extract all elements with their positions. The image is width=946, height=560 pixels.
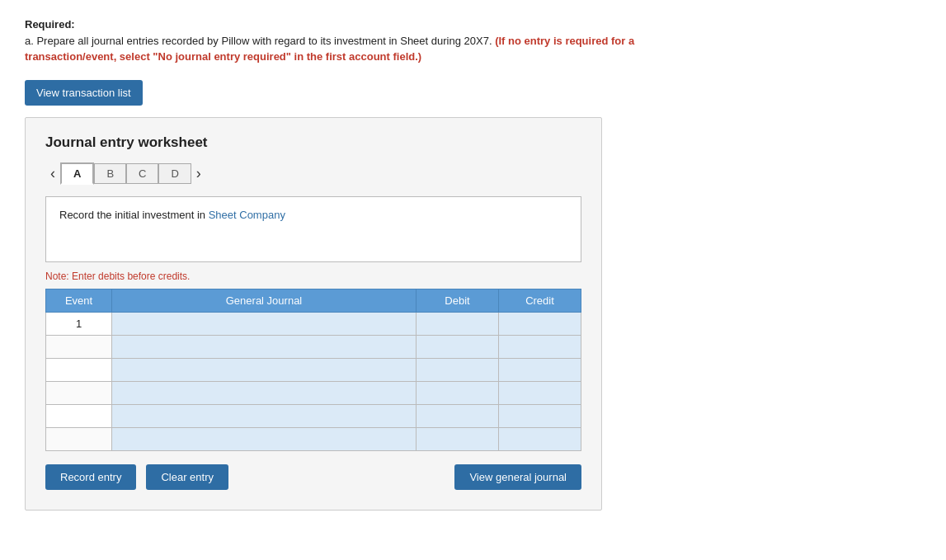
col-general-journal: General Journal: [112, 289, 417, 312]
required-line1: a. Prepare all journal entries recorded …: [25, 35, 492, 47]
description-box: Record the initial investment in Sheet C…: [45, 196, 581, 262]
col-debit: Debit: [417, 289, 499, 312]
tabs-next-arrow[interactable]: ›: [191, 166, 206, 181]
col-event: Event: [46, 289, 112, 312]
view-transaction-button[interactable]: View transaction list: [25, 80, 143, 106]
table-row: 1: [46, 312, 581, 335]
clear-entry-button[interactable]: Clear entry: [146, 464, 228, 490]
journal-input-cell-1[interactable]: [112, 312, 417, 335]
debit-input-cell-3[interactable]: [417, 358, 499, 381]
credit-input-cell-3[interactable]: [499, 358, 581, 381]
table-row: [46, 427, 581, 450]
table-row: [46, 404, 581, 427]
credit-input-cell-1[interactable]: [499, 312, 581, 335]
credit-input-2[interactable]: [499, 336, 581, 358]
journal-input-6[interactable]: [112, 428, 416, 450]
event-cell-3: [46, 358, 112, 381]
debit-input-6[interactable]: [417, 428, 498, 450]
tab-d[interactable]: D: [158, 163, 191, 184]
record-entry-button[interactable]: Record entry: [45, 464, 136, 490]
description-text: Record the initial investment in Sheet C…: [59, 209, 285, 221]
tabs-navigation: ‹ A B C D ›: [45, 162, 581, 185]
table-row: [46, 358, 581, 381]
event-cell-4: [46, 381, 112, 404]
credit-input-1[interactable]: [499, 313, 581, 335]
debit-input-2[interactable]: [417, 336, 498, 358]
journal-input-3[interactable]: [112, 359, 416, 381]
debit-input-cell-5[interactable]: [417, 404, 499, 427]
journal-input-4[interactable]: [112, 382, 416, 404]
col-credit: Credit: [499, 289, 581, 312]
debit-input-5[interactable]: [417, 405, 498, 427]
journal-input-cell-2[interactable]: [112, 335, 417, 358]
credit-input-5[interactable]: [499, 405, 581, 427]
debit-input-cell-2[interactable]: [417, 335, 499, 358]
debit-input-4[interactable]: [417, 382, 498, 404]
debit-input-3[interactable]: [417, 359, 498, 381]
worksheet-title: Journal entry worksheet: [45, 134, 581, 151]
credit-input-cell-4[interactable]: [499, 381, 581, 404]
journal-input-cell-5[interactable]: [112, 404, 417, 427]
credit-input-6[interactable]: [499, 428, 581, 450]
credit-input-cell-6[interactable]: [499, 427, 581, 450]
journal-input-5[interactable]: [112, 405, 416, 427]
worksheet-container: Journal entry worksheet ‹ A B C D › Reco…: [25, 117, 602, 511]
credit-input-3[interactable]: [499, 359, 581, 381]
journal-input-cell-6[interactable]: [112, 427, 417, 450]
debit-input-cell-4[interactable]: [417, 381, 499, 404]
credit-input-cell-5[interactable]: [499, 404, 581, 427]
debit-input-1[interactable]: [417, 313, 498, 335]
required-label: Required:: [25, 18, 75, 31]
view-general-journal-button[interactable]: View general journal: [454, 464, 581, 490]
journal-table: Event General Journal Debit Credit 1: [45, 289, 581, 451]
event-cell-1: 1: [46, 312, 112, 335]
tab-c[interactable]: C: [126, 163, 158, 184]
journal-input-cell-4[interactable]: [112, 381, 417, 404]
event-cell-6: [46, 427, 112, 450]
table-row: [46, 381, 581, 404]
tab-a[interactable]: A: [60, 162, 94, 185]
journal-input-1[interactable]: [112, 313, 416, 335]
credit-input-4[interactable]: [499, 382, 581, 404]
required-section: Required: a. Prepare all journal entries…: [25, 16, 643, 65]
credit-input-cell-2[interactable]: [499, 335, 581, 358]
debit-input-cell-1[interactable]: [417, 312, 499, 335]
journal-input-cell-3[interactable]: [112, 358, 417, 381]
event-cell-2: [46, 335, 112, 358]
event-cell-5: [46, 404, 112, 427]
journal-input-2[interactable]: [112, 336, 416, 358]
debit-input-cell-6[interactable]: [417, 427, 499, 450]
tab-b[interactable]: B: [94, 163, 126, 184]
action-buttons: Record entry Clear entry View general jo…: [45, 464, 581, 490]
table-row: [46, 335, 581, 358]
note-text: Note: Enter debits before credits.: [45, 271, 581, 282]
tabs-prev-arrow[interactable]: ‹: [45, 166, 60, 181]
